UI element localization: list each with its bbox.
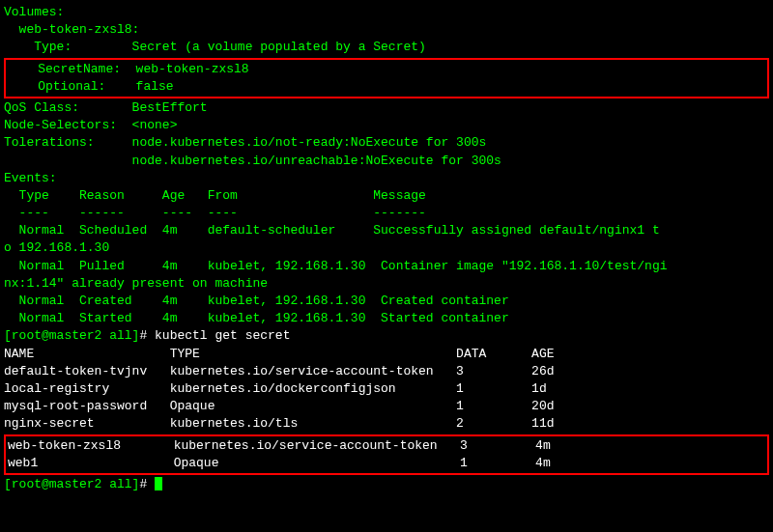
table-row: default-token-tvjnv kubernetes.io/servic… xyxy=(4,363,769,380)
table-row: web1 Opaque 1 4m xyxy=(8,455,765,472)
secrets-header: NAME TYPE DATA AGE xyxy=(4,346,769,363)
highlight-box-secrets: web-token-zxsl8 kubernetes.io/service-ac… xyxy=(4,434,769,475)
volumes-header: Volumes: xyxy=(4,4,769,21)
prompt-hash: # xyxy=(139,328,155,343)
highlight-box-secret: SecretName: web-token-zxsl8 Optional: fa… xyxy=(4,58,769,98)
tolerations-1: Tolerations: node.kubernetes.io/not-read… xyxy=(4,134,769,152)
table-row: web-token-zxsl8 kubernetes.io/service-ac… xyxy=(8,437,765,455)
optional-line: Optional: false xyxy=(8,78,765,96)
prompt-hash: # xyxy=(139,477,155,491)
event-started: Normal Started 4m kubelet, 192.168.1.30 … xyxy=(4,310,769,327)
prompt-line-1[interactable]: [root@master2 all]# kubectl get secret xyxy=(4,327,769,345)
prompt-user-host: [root@master2 all] xyxy=(4,477,139,491)
prompt-line-2[interactable]: [root@master2 all]# xyxy=(4,476,769,493)
event-pulled-b: nx:1.14" already present on machine xyxy=(4,275,769,293)
table-row: nginx-secret kubernetes.io/tls 2 11d xyxy=(4,415,769,433)
event-pulled-a: Normal Pulled 4m kubelet, 192.168.1.30 C… xyxy=(4,258,769,275)
event-scheduled-a: Normal Scheduled 4m default-scheduler Su… xyxy=(4,222,769,239)
table-row: local-registry kubernetes.io/dockerconfi… xyxy=(4,380,769,398)
cursor-block xyxy=(155,477,162,490)
volume-name: web-token-zxsl8: xyxy=(4,21,769,39)
events-columns: Type Reason Age From Message xyxy=(4,187,769,205)
prompt-user-host: [root@master2 all] xyxy=(4,328,139,343)
command-get-secret: kubectl get secret xyxy=(155,328,290,343)
event-scheduled-b: o 192.168.1.30 xyxy=(4,239,769,257)
event-created: Normal Created 4m kubelet, 192.168.1.30 … xyxy=(4,293,769,310)
node-selectors: Node-Selectors: <none> xyxy=(4,117,769,134)
qos-class: QoS Class: BestEffort xyxy=(4,99,769,117)
secret-name-line: SecretName: web-token-zxsl8 xyxy=(8,61,765,78)
table-row: mysql-root-password Opaque 1 20d xyxy=(4,398,769,415)
events-header: Events: xyxy=(4,170,769,187)
volume-type: Type: Secret (a volume populated by a Se… xyxy=(4,39,769,56)
events-dashes: ---- ------ ---- ---- ------- xyxy=(4,205,769,222)
tolerations-2: node.kubernetes.io/unreachable:NoExecute… xyxy=(4,153,769,170)
